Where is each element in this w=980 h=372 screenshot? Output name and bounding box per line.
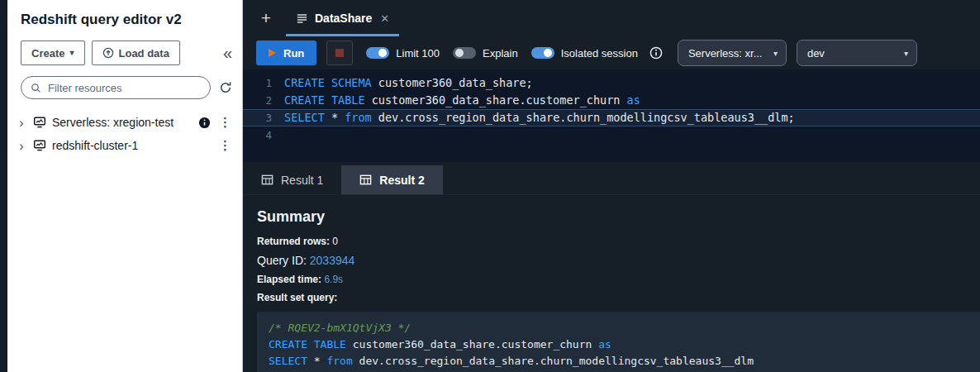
line-number: 3: [243, 109, 284, 126]
query-id-link[interactable]: 2033944: [310, 254, 355, 267]
filter-placeholder: Filter resources: [48, 82, 122, 94]
new-tab-button[interactable]: +: [258, 8, 274, 28]
code-line[interactable]: 2CREATE TABLE customer360_data_share.cus…: [243, 92, 980, 109]
chevron-right-icon[interactable]: ›: [19, 116, 27, 130]
resource-tree: › Serverless: xregion-test ⋮ › redshift-…: [7, 111, 242, 157]
load-data-button-label: Load data: [119, 47, 169, 60]
summary-section: Summary Returned rows: 0 Query ID: 20339…: [243, 195, 980, 372]
line-number: 2: [243, 92, 284, 109]
cluster-icon: [33, 116, 46, 129]
elapsed-time-value: 6.9s: [324, 274, 343, 285]
code-text: SELECT * from dev.cross_region_data_shar…: [284, 109, 795, 126]
filter-row: Filter resources: [7, 65, 242, 107]
database-select-value: dev: [807, 47, 825, 60]
close-tab-icon[interactable]: ✕: [380, 12, 389, 25]
editor-tab-icon: [296, 12, 308, 25]
editor-lines: 1CREATE SCHEMA customer360_data_share;2C…: [243, 74, 980, 144]
refresh-icon[interactable]: [219, 81, 232, 94]
cluster-select-value: Serverless: xr...: [688, 47, 763, 60]
tree-item-label: Serverless: xregion-test: [52, 116, 174, 129]
cluster-select[interactable]: Serverless: xr... ▾: [678, 40, 787, 66]
code-text: SELECT * from dev.cross_region_data_shar…: [269, 353, 754, 370]
editor-tabbar: + DataShare ✕: [243, 0, 980, 36]
main-panel: + DataShare ✕ Run Limit 100: [243, 0, 980, 372]
play-icon: [269, 49, 276, 57]
filter-resources-input[interactable]: Filter resources: [21, 76, 211, 99]
code-text: CREATE SCHEMA customer360_data_share;: [284, 74, 533, 92]
tree-item-serverless-xregion-test[interactable]: › Serverless: xregion-test ⋮: [7, 111, 242, 134]
result-tabs: Result 1 Result 2: [243, 165, 980, 195]
chevron-down-icon: ▾: [773, 49, 778, 58]
table-icon: [261, 174, 274, 186]
results-panel: Result 1 Result 2 Summary Returned rows:…: [243, 162, 980, 372]
tab-datashare[interactable]: DataShare ✕: [284, 0, 401, 36]
code-line[interactable]: 4: [243, 126, 980, 144]
toggle-label: Limit 100: [396, 47, 440, 60]
elapsed-time: Elapsed time: 6.9s: [257, 274, 980, 285]
toggle-switch[interactable]: [366, 47, 389, 59]
stop-icon: [335, 49, 344, 57]
result-tab-label: Result 1: [281, 174, 323, 187]
sidebar: Redshift query editor v2 Create ▾ Load d…: [7, 0, 243, 372]
sidebar-actions: Create ▾ Load data «: [7, 41, 242, 65]
code-line: SELECT * from dev.cross_region_data_shar…: [269, 353, 968, 370]
tree-item-redshift-cluster-1[interactable]: › redshift-cluster-1 ⋮: [7, 134, 242, 157]
code-line: /* RQEV2-bmX1QtVjX3 */: [269, 320, 968, 336]
database-select[interactable]: dev ▾: [797, 40, 917, 66]
kebab-menu-icon[interactable]: ⋮: [216, 115, 234, 130]
caret-down-icon: ▾: [69, 49, 74, 57]
toggle-switch[interactable]: [453, 47, 476, 59]
run-button-label: Run: [283, 47, 304, 60]
line-number: 1: [243, 74, 284, 92]
result-tab-label: Result 2: [379, 174, 424, 187]
toggle-switch[interactable]: [531, 47, 554, 59]
isolated-session-toggle[interactable]: Isolated session: [531, 47, 638, 60]
collapse-sidebar-icon[interactable]: «: [218, 45, 237, 61]
cluster-icon: [33, 139, 46, 152]
tree-item-label: redshift-cluster-1: [52, 139, 138, 152]
code-line[interactable]: 3SELECT * from dev.cross_region_data_sha…: [243, 109, 980, 126]
load-data-button[interactable]: Load data: [92, 41, 180, 65]
result-query-code: /* RQEV2-bmX1QtVjX3 */CREATE TABLE custo…: [257, 312, 980, 372]
summary-title: Summary: [257, 208, 980, 226]
table-icon: [359, 174, 372, 186]
left-rail: [0, 0, 7, 372]
code-text: CREATE TABLE customer360_data_share.cust…: [269, 336, 611, 353]
query-id: Query ID: 2033944: [257, 254, 980, 267]
chevron-right-icon[interactable]: ›: [19, 139, 27, 153]
toggle-label: Isolated session: [561, 47, 638, 60]
chevron-down-icon: ▾: [904, 49, 908, 58]
returned-rows-value: 0: [332, 236, 338, 247]
code-line[interactable]: 1CREATE SCHEMA customer360_data_share;: [243, 74, 980, 92]
stop-button[interactable]: [326, 41, 353, 65]
explain-toggle[interactable]: Explain: [453, 47, 518, 60]
tab-result-1[interactable]: Result 1: [243, 165, 341, 194]
info-icon[interactable]: [198, 117, 211, 129]
run-button[interactable]: Run: [256, 41, 316, 65]
query-toolbar: Run Limit 100 Explain Isolated session: [243, 36, 980, 69]
limit-100-toggle[interactable]: Limit 100: [366, 47, 440, 60]
code-line: CREATE TABLE customer360_data_share.cust…: [269, 336, 968, 353]
search-icon: [31, 83, 41, 93]
code-text: /* RQEV2-bmX1QtVjX3 */: [269, 320, 411, 336]
line-number: 4: [243, 126, 284, 144]
app-root: Redshift query editor v2 Create ▾ Load d…: [0, 0, 980, 372]
tab-result-2[interactable]: Result 2: [341, 165, 442, 194]
create-button-label: Create: [31, 47, 64, 60]
kebab-menu-icon[interactable]: ⋮: [216, 138, 234, 153]
result-set-query-label: Result set query:: [257, 292, 980, 303]
page-title: Redshift query editor v2: [7, 12, 242, 41]
sql-editor[interactable]: 1CREATE SCHEMA customer360_data_share;2C…: [243, 69, 980, 162]
upload-icon: [102, 47, 114, 59]
create-button[interactable]: Create ▾: [21, 41, 85, 65]
returned-rows: Returned rows: 0: [257, 236, 980, 247]
toggle-label: Explain: [483, 47, 518, 60]
info-icon[interactable]: [649, 46, 663, 60]
code-text: CREATE TABLE customer360_data_share.cust…: [284, 92, 640, 109]
tab-label: DataShare: [315, 12, 372, 25]
